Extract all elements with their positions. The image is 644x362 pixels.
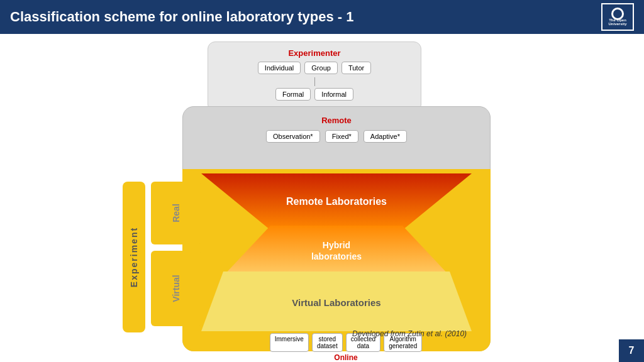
virtual-labs-shape: Virtual Laboratories xyxy=(201,272,472,331)
fixed-box: Fixed* xyxy=(325,130,358,143)
exp-divider xyxy=(314,77,315,86)
footer-credit: Developed from Zutin et al. (2010) xyxy=(352,329,467,338)
experimenter-box: Experimenter Individual Group Tutor Form… xyxy=(208,41,421,112)
experiment-label: Experiment xyxy=(123,182,145,332)
ou-logo: The OpenUniversity xyxy=(601,3,634,31)
real-box: Real xyxy=(151,182,201,244)
virtual-box: Virtual xyxy=(151,251,201,326)
online-label: Online xyxy=(199,353,493,362)
experiment-text: Experiment xyxy=(129,227,139,287)
remote-box: Remote Observation* Fixed* Adaptive* xyxy=(187,111,486,149)
ou-logo-text: The OpenUniversity xyxy=(608,18,626,26)
experimenter-row1: Individual Group Tutor xyxy=(216,62,413,74)
main-content: Experimenter Individual Group Tutor Form… xyxy=(0,34,644,362)
svg-text:laboratories: laboratories xyxy=(311,251,362,261)
informal-box: Informal xyxy=(314,88,353,101)
stored-dataset-box: storeddataset xyxy=(312,333,343,352)
group-box: Group xyxy=(304,62,338,74)
header: Classification scheme for online laborat… xyxy=(0,0,644,34)
individual-box: Individual xyxy=(258,62,301,74)
immersive-box: Immersive xyxy=(270,333,309,352)
remote-row: Observation* Fixed* Adaptive* xyxy=(195,130,478,143)
remote-labs-shape: Remote Laboratories xyxy=(201,173,472,230)
virtual-text: Virtual xyxy=(171,275,181,302)
tutor-box: Tutor xyxy=(341,62,371,74)
svg-text:Hybrid: Hybrid xyxy=(323,240,350,250)
slide-title: Classification scheme for online laborat… xyxy=(10,9,601,25)
adaptive-box: Adaptive* xyxy=(364,130,407,143)
remote-title: Remote xyxy=(195,116,478,125)
hybrid-labs-shape: Hybrid laboratories xyxy=(201,226,472,276)
page-number: 7 xyxy=(619,339,644,362)
experimenter-title: Experimenter xyxy=(216,48,413,58)
real-text: Real xyxy=(171,204,181,222)
experimenter-row2: Formal Informal xyxy=(216,88,413,101)
formal-box: Formal xyxy=(275,88,311,101)
observation-box: Observation* xyxy=(266,130,320,143)
svg-text:Remote Laboratories: Remote Laboratories xyxy=(286,196,387,207)
svg-marker-2 xyxy=(223,226,450,276)
svg-text:Virtual Laboratories: Virtual Laboratories xyxy=(292,297,380,308)
